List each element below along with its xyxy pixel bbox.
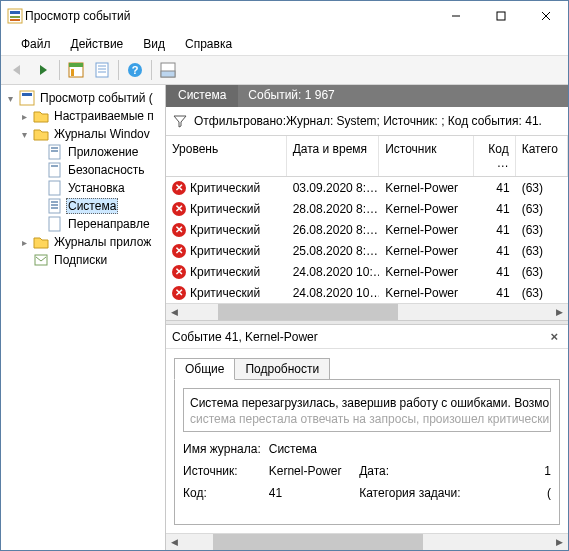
tree-custom-views[interactable]: ▸ Настраиваемые п — [17, 107, 163, 125]
cell-level: Критический — [190, 265, 260, 279]
titlebar[interactable]: Просмотр событий — [1, 1, 568, 31]
cell-level: Критический — [190, 181, 260, 195]
log-icon — [47, 198, 63, 214]
table-row[interactable]: ✕Критический24.08.2020 10:…Kernel-Power4… — [166, 261, 568, 282]
cell-category: (63) — [516, 179, 568, 197]
error-icon: ✕ — [172, 202, 186, 216]
tree-app-logs[interactable]: ▸Журналы прилож — [17, 233, 163, 251]
tree-item-application[interactable]: Приложение — [31, 143, 163, 161]
svg-rect-11 — [69, 63, 83, 67]
label-date: Дата: — [359, 464, 460, 478]
collapse-icon[interactable]: ▾ — [19, 129, 30, 140]
table-row[interactable]: ✕Критический26.08.2020 8:…Kernel-Power41… — [166, 219, 568, 240]
scroll-right-icon[interactable]: ▶ — [551, 537, 568, 547]
horizontal-scrollbar[interactable]: ◀ ▶ — [166, 303, 568, 320]
scroll-left-icon[interactable]: ◀ — [166, 537, 183, 547]
help-button[interactable]: ? — [123, 58, 147, 82]
cell-category: (63) — [516, 263, 568, 281]
value-category: ( — [469, 486, 551, 500]
svg-rect-32 — [51, 207, 58, 209]
menu-action[interactable]: Действие — [61, 35, 134, 53]
svg-text:?: ? — [132, 64, 139, 76]
svg-rect-34 — [35, 255, 47, 265]
error-icon: ✕ — [172, 244, 186, 258]
cell-source: Kernel-Power — [379, 200, 473, 218]
tree-item-security[interactable]: Безопасность — [31, 161, 163, 179]
tree-item-forwarded[interactable]: Перенаправле — [31, 215, 163, 233]
filter-icon[interactable] — [172, 113, 188, 129]
show-tree-button[interactable] — [64, 58, 88, 82]
table-row[interactable]: ✕Критический03.09.2020 8:…Kernel-Power41… — [166, 177, 568, 198]
table-row[interactable]: ✕Критический24.08.2020 10…Kernel-Power41… — [166, 282, 568, 303]
svg-marker-9 — [40, 65, 47, 75]
tab-general[interactable]: Общие — [174, 358, 235, 380]
col-category[interactable]: Катего — [516, 136, 568, 176]
scroll-left-icon[interactable]: ◀ — [166, 307, 183, 317]
close-button[interactable] — [523, 1, 568, 31]
menu-file[interactable]: Файл — [11, 35, 61, 53]
collapse-icon[interactable]: ▾ — [5, 93, 16, 104]
label-code: Код: — [183, 486, 261, 500]
tree-item-setup[interactable]: Установка — [31, 179, 163, 197]
minimize-button[interactable] — [433, 1, 478, 31]
cell-datetime: 24.08.2020 10… — [287, 284, 380, 302]
detail-title: Событие 41, Kernel-Power — [172, 330, 546, 344]
pane-title: Система — [166, 85, 238, 107]
log-icon — [47, 162, 63, 178]
cell-source: Kernel-Power — [379, 242, 473, 260]
table-row[interactable]: ✕Критический28.08.2020 8:…Kernel-Power41… — [166, 198, 568, 219]
forward-button[interactable] — [31, 58, 55, 82]
svg-rect-25 — [51, 150, 58, 152]
detail-horizontal-scrollbar[interactable]: ◀ ▶ — [166, 533, 568, 550]
svg-marker-8 — [13, 65, 20, 75]
cell-level: Критический — [190, 202, 260, 216]
error-icon: ✕ — [172, 286, 186, 300]
col-datetime[interactable]: Дата и время — [287, 136, 380, 176]
label-log: Имя журнала: — [183, 442, 261, 456]
maximize-button[interactable] — [478, 1, 523, 31]
back-button[interactable] — [5, 58, 29, 82]
list-header[interactable]: Уровень Дата и время Источник Код … Кате… — [166, 136, 568, 177]
tree-view[interactable]: ▾ Просмотр событий ( ▸ Настраиваемые п — [1, 85, 166, 550]
svg-rect-20 — [161, 71, 175, 77]
tree-item-system[interactable]: Система — [31, 197, 163, 215]
description-box[interactable]: Система перезагрузилась, завершив работу… — [183, 388, 551, 432]
tab-details[interactable]: Подробности — [234, 358, 330, 380]
svg-rect-28 — [49, 181, 60, 195]
filter-text: Отфильтровано:Журнал: System; Источник: … — [194, 114, 542, 128]
close-icon[interactable]: × — [546, 329, 562, 344]
expand-icon[interactable]: ▸ — [19, 111, 30, 122]
toolbar-separator — [59, 60, 60, 80]
expand-icon[interactable]: ▸ — [19, 237, 30, 248]
cell-datetime: 28.08.2020 8:… — [287, 200, 380, 218]
table-row[interactable]: ✕Критический25.08.2020 8:…Kernel-Power41… — [166, 240, 568, 261]
log-icon — [47, 144, 63, 160]
cell-level: Критический — [190, 286, 260, 300]
svg-rect-3 — [10, 19, 20, 21]
tree-subscriptions[interactable]: Подписки — [17, 251, 163, 269]
cell-eventid: 41 — [474, 200, 516, 218]
col-source[interactable]: Источник — [379, 136, 473, 176]
menu-help[interactable]: Справка — [175, 35, 242, 53]
menu-view[interactable]: Вид — [133, 35, 175, 53]
col-level[interactable]: Уровень — [166, 136, 287, 176]
toolbar-separator — [118, 60, 119, 80]
properties-grid: Имя журнала: Система Источник: Kernel-Po… — [183, 442, 551, 500]
cell-eventid: 41 — [474, 263, 516, 281]
svg-rect-22 — [22, 93, 32, 96]
scroll-right-icon[interactable]: ▶ — [551, 307, 568, 317]
properties-button[interactable] — [90, 58, 114, 82]
preview-button[interactable] — [156, 58, 180, 82]
value-log: Система — [269, 442, 351, 456]
window: Просмотр событий Файл Действие Вид Справ… — [0, 0, 569, 551]
error-icon: ✕ — [172, 265, 186, 279]
tree-windows-logs[interactable]: ▾ Журналы Windov — [17, 125, 163, 143]
tree-root[interactable]: ▾ Просмотр событий ( — [3, 89, 163, 107]
col-eventid[interactable]: Код … — [474, 136, 516, 176]
toolbar: ? — [1, 55, 568, 85]
folder-filter-icon — [33, 108, 49, 124]
list-rows[interactable]: ✕Критический03.09.2020 8:…Kernel-Power41… — [166, 177, 568, 303]
svg-rect-31 — [51, 204, 58, 206]
cell-category: (63) — [516, 200, 568, 218]
svg-rect-30 — [51, 201, 58, 203]
